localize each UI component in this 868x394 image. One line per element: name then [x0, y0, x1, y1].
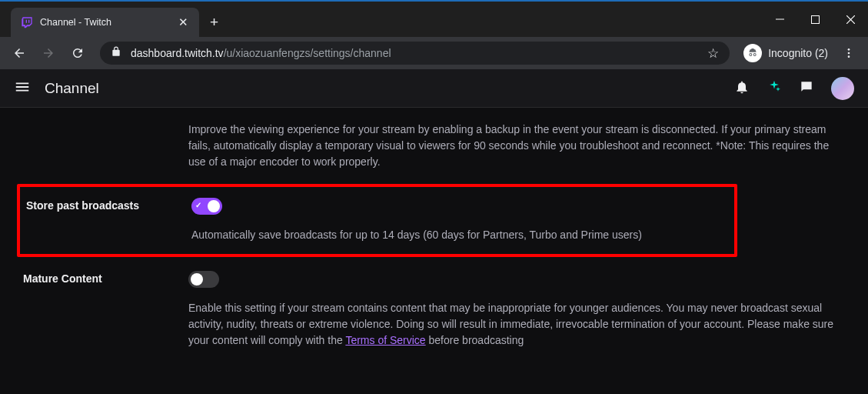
notifications-icon[interactable]: [734, 79, 750, 98]
back-button[interactable]: [6, 40, 32, 66]
window-controls: [762, 2, 868, 37]
whispers-icon[interactable]: [799, 79, 814, 98]
bookmark-star-icon[interactable]: ☆: [707, 45, 719, 62]
tos-link[interactable]: Terms of Service: [345, 334, 425, 346]
forward-button[interactable]: [35, 40, 62, 66]
svg-point-4: [848, 48, 850, 51]
hamburger-menu-button[interactable]: [14, 78, 31, 98]
check-icon: ✓: [195, 201, 201, 209]
setting-label: Store past broadcasts: [26, 198, 191, 243]
address-bar[interactable]: dashboard.twitch.tv/u/xiaozuanfengzs/set…: [100, 42, 730, 65]
incognito-icon: [743, 44, 762, 62]
incognito-indicator[interactable]: Incognito (2): [743, 44, 828, 62]
settings-body: Improve the viewing experience for your …: [0, 108, 868, 394]
sparkles-icon[interactable]: [767, 79, 782, 98]
reload-button[interactable]: [65, 40, 91, 66]
incognito-label: Incognito (2): [768, 47, 828, 59]
svg-point-6: [848, 55, 850, 58]
header-actions: [734, 77, 854, 100]
svg-rect-1: [811, 15, 819, 23]
maximize-button[interactable]: [797, 2, 833, 37]
twitch-favicon: [20, 15, 34, 29]
store-broadcasts-toggle[interactable]: ✓: [191, 198, 222, 215]
new-tab-button[interactable]: +: [199, 8, 229, 37]
twitch-page: Channel Improve the viewing experience f…: [0, 69, 868, 394]
svg-point-5: [848, 52, 850, 55]
page-header: Channel: [0, 69, 868, 108]
mature-content-toggle[interactable]: [188, 271, 219, 288]
toggle-knob: [208, 200, 220, 212]
close-window-button[interactable]: [833, 2, 868, 37]
setting-label: [23, 122, 188, 170]
setting-description: Automatically save broadcasts for up to …: [191, 227, 728, 243]
browser-tab[interactable]: Channel - Twitch ✕: [11, 8, 199, 37]
tab-close-button[interactable]: ✕: [176, 15, 190, 29]
toggle-knob: [191, 273, 203, 285]
highlight-box: Store past broadcasts ✓ Automatically sa…: [17, 184, 737, 257]
setting-row-disconnect: Improve the viewing experience for your …: [23, 122, 845, 184]
setting-label: Mature Content: [23, 271, 188, 349]
browser-menu-button[interactable]: [836, 40, 862, 66]
page-title: Channel: [45, 80, 99, 97]
setting-description: Enable this setting if your stream conta…: [188, 300, 842, 349]
setting-description: Improve the viewing experience for your …: [188, 122, 842, 170]
tab-title: Channel - Twitch: [40, 17, 170, 28]
browser-toolbar: dashboard.twitch.tv/u/xiaozuanfengzs/set…: [0, 37, 868, 69]
minimize-button[interactable]: [762, 2, 797, 37]
window-titlebar: Channel - Twitch ✕ +: [0, 0, 868, 37]
lock-icon: [111, 46, 121, 60]
user-avatar[interactable]: [831, 77, 854, 100]
setting-row-store-broadcasts: Store past broadcasts ✓ Automatically sa…: [20, 198, 728, 243]
setting-row-mature-content: Mature Content Enable this setting if yo…: [23, 257, 845, 362]
url-text: dashboard.twitch.tv/u/xiaozuanfengzs/set…: [131, 47, 698, 59]
